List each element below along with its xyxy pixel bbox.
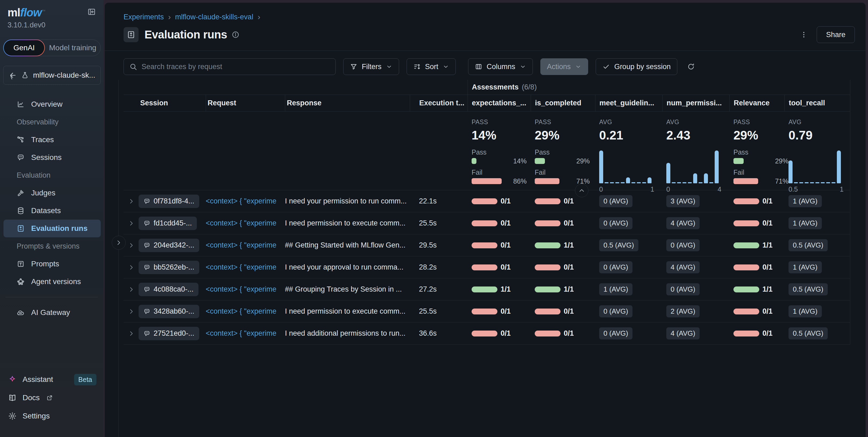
chevron-down-icon [575,63,582,70]
search-input[interactable] [142,63,330,71]
collapse-sidebar-icon[interactable] [87,7,96,17]
group-by-session-button[interactable]: Group by session [596,58,677,75]
fail-bar [734,178,758,184]
expand-row-icon[interactable] [124,308,138,315]
experiment-name: mlflow-claude-sk... [33,71,95,80]
nav-section-header: Observability [0,113,103,131]
column-header[interactable]: Relevance [730,95,784,111]
sort-button[interactable]: Sort [407,58,456,75]
session-id: 27521ed0-... [154,329,194,338]
share-button[interactable]: Share [817,26,855,43]
sidebar-item-sessions[interactable]: Sessions [0,149,103,166]
assessment-cell: 0 (AVG) [595,217,662,229]
sidebar-item-label: Evaluation runs [31,224,88,233]
fail-pill [734,330,759,337]
assessment-score: 0/1 [501,241,511,250]
sidebar-item-traces[interactable]: Traces [0,131,103,149]
assessment-cell: 0.5 (AVG) [595,239,662,251]
column-header[interactable]: is_completed [531,95,595,111]
column-header[interactable]: tool_recall [784,95,850,111]
comment-icon [144,264,150,271]
session-chip[interactable]: 0f781df8-4... [138,195,199,208]
expand-row-icon[interactable] [124,242,138,249]
column-header[interactable]: Session [138,95,206,111]
refresh-icon[interactable] [685,60,697,73]
logo-tm: ™ [42,9,45,13]
legend-percent: 29% [576,157,590,165]
breadcrumb-experiment-name[interactable]: mlflow-claude-skills-eval [175,13,253,21]
sidebar-item-datasets[interactable]: Datasets [0,202,103,220]
info-icon[interactable] [231,31,240,39]
expand-panel-handle[interactable] [112,236,126,250]
assessment-cell: 0/1 [531,219,595,227]
column-header[interactable]: meet_guidelin... [595,95,662,111]
tab-genai[interactable]: GenAI [3,39,45,56]
expand-row-icon[interactable] [124,330,138,337]
assessment-avg-badge: 0 (AVG) [599,195,632,207]
overflow-menu-icon[interactable] [799,29,809,40]
expand-row-icon[interactable] [124,264,138,271]
column-header[interactable]: num_permissi... [662,95,730,111]
column-header[interactable]: Request [206,95,285,111]
summary-metric-value: 0.79 [788,128,850,142]
table-row: fd1cdd45-...<context> { "experimeI need … [124,212,850,234]
fail-pill [535,198,560,204]
pass-bar [535,158,545,164]
expand-row-icon[interactable] [124,220,138,227]
histogram-bar [666,163,670,183]
request-cell[interactable]: <context> { "experime [206,285,285,293]
sidebar-item-prompts[interactable]: Prompts [0,255,103,273]
column-header[interactable]: Execution t... [410,95,468,111]
column-header[interactable]: expectations_... [468,95,531,111]
tab-model-training[interactable]: Model training [45,43,100,52]
sidebar-item-evaluation-runs[interactable]: Evaluation runs [3,220,101,237]
assessment-avg-badge: 1 (AVG) [788,305,822,317]
fail-pill [472,309,497,315]
filters-button[interactable]: Filters [343,58,399,75]
expand-row-icon[interactable] [124,198,138,205]
sidebar-footer-assistant[interactable]: AssistantBeta [8,370,96,389]
response-cell: ## Grouping Traces by Session in ... [285,285,410,293]
sidebar-footer-settings[interactable]: Settings [8,407,96,425]
request-cell[interactable]: <context> { "experime [206,219,285,227]
axis-max-label: 1 [840,185,843,193]
actions-button[interactable]: Actions [540,58,588,75]
session-chip[interactable]: 27521ed0-... [138,327,199,340]
request-cell[interactable]: <context> { "experime [206,263,285,271]
column-header[interactable]: Response [285,95,410,111]
fail-pill [535,309,560,315]
session-chip[interactable]: 3428ab60-... [138,305,199,318]
sidebar-item-overview[interactable]: Overview [0,95,103,113]
columns-button[interactable]: Columns [468,58,533,75]
sidebar-item-ai-gateway[interactable]: AI Gateway [0,304,103,321]
search-input-wrap[interactable] [124,58,336,75]
assessment-avg-badge: 0 (AVG) [599,261,632,273]
chevron-down-icon [443,63,449,70]
session-chip[interactable]: 4c088ca0-... [138,283,198,296]
summary-metric-value: 14% [472,128,531,142]
request-cell[interactable]: <context> { "experime [206,241,285,250]
sidebar-footer-docs[interactable]: Docs [8,389,96,407]
request-cell[interactable]: <context> { "experime [206,329,285,338]
sidebar-item-judges[interactable]: Judges [0,184,103,202]
assessments-label: Assessments [472,83,519,91]
legend-row: 14% [472,156,527,166]
breadcrumb-experiments[interactable]: Experiments [124,13,164,21]
session-chip[interactable]: 204ed342-... [138,239,199,252]
request-cell[interactable]: <context> { "experime [206,197,285,205]
back-arrow-icon[interactable] [9,71,17,79]
fail-pill [472,198,497,204]
search-icon [129,63,137,71]
assessment-cell: 0 (AVG) [662,239,730,251]
session-chip[interactable]: bb5262eb-... [138,261,199,274]
gateway-icon [17,309,25,317]
expand-row-icon[interactable] [124,286,138,293]
session-chip[interactable]: fd1cdd45-... [138,216,197,230]
experiment-switcher[interactable]: mlflow-claude-sk... [3,66,101,85]
sidebar-item-agent-versions[interactable]: Agent versions [0,273,103,291]
execution-time-cell: 27.2s [410,285,468,293]
summary-metric-label: PASS [472,118,531,126]
request-cell[interactable]: <context> { "experime [206,307,285,316]
collapse-summary-button[interactable] [575,184,588,197]
pass-pill [472,287,497,292]
